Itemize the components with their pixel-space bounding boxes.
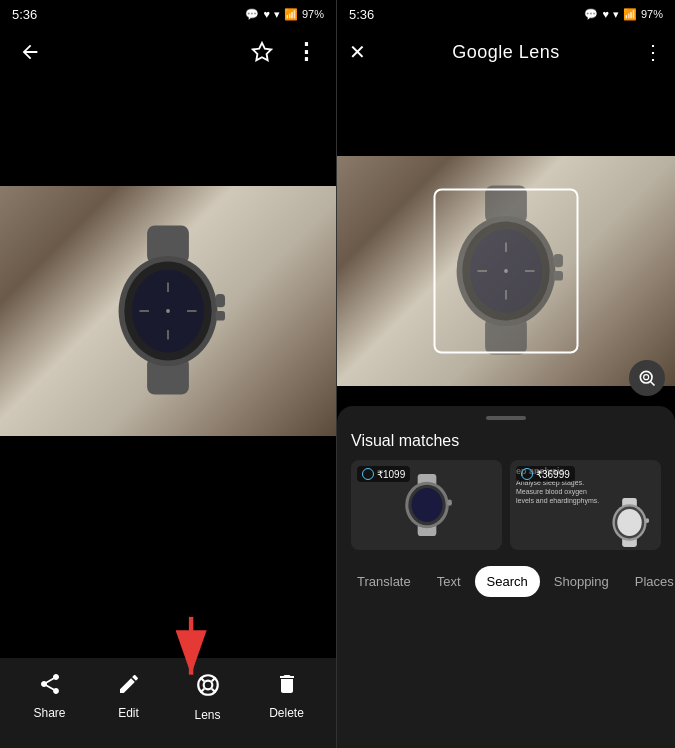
svg-line-19 <box>211 689 215 693</box>
top-bar-left: ⋮ <box>0 28 336 76</box>
match-watch-2 <box>602 495 657 550</box>
svg-point-39 <box>411 488 442 522</box>
battery-left: 97% <box>302 8 324 20</box>
more-icon-left: ⋮ <box>295 39 317 65</box>
svg-line-16 <box>200 677 204 681</box>
price-2-text: ₹36999 <box>536 469 570 480</box>
edit-icon <box>117 672 141 702</box>
whatsapp-icon: 💬 <box>245 8 259 21</box>
tab-search[interactable]: Search <box>475 566 540 597</box>
more-button-right[interactable]: ⋮ <box>643 40 663 64</box>
time-left: 5:36 <box>12 7 37 22</box>
edit-label: Edit <box>118 706 139 720</box>
photo-watch <box>0 186 336 436</box>
tab-text[interactable]: Text <box>425 566 473 597</box>
match-price-1: ₹1099 <box>357 466 410 482</box>
wifi-icon: ▾ <box>274 8 280 21</box>
tab-translate[interactable]: Translate <box>345 566 423 597</box>
svg-point-45 <box>617 509 641 536</box>
bottom-toolbar: Share Edit Lens <box>0 658 336 748</box>
lens-indicator-2 <box>521 468 533 480</box>
battery-right: 97% <box>641 8 663 20</box>
svg-point-7 <box>166 309 170 313</box>
selection-box <box>434 189 579 354</box>
card2-desc: Analyse sleep stages. Measure blood oxyg… <box>516 478 601 505</box>
svg-rect-40 <box>447 500 452 506</box>
left-image-area <box>0 76 336 658</box>
delete-icon <box>275 672 299 702</box>
status-bar-right: 5:36 💬 ♥ ▾ 📶 97% <box>337 0 675 28</box>
lens-label: Lens <box>194 708 220 722</box>
match-card-2[interactable]: ep analysis Analyse sleep stages. Measur… <box>510 460 661 550</box>
match-price-2: ₹36999 <box>516 466 575 482</box>
svg-rect-5 <box>216 294 226 307</box>
toolbar-edit[interactable]: Edit <box>99 672 159 720</box>
heart-icon-r: ♥ <box>602 8 609 20</box>
right-image-area <box>337 76 675 406</box>
top-right-icons: ⋮ <box>244 34 324 70</box>
status-icons-right: 💬 ♥ ▾ 📶 97% <box>584 8 663 21</box>
toolbar-delete[interactable]: Delete <box>257 672 317 720</box>
left-panel: 5:36 💬 ♥ ▾ 📶 97% ⋮ <box>0 0 336 748</box>
signal-icon-r: 📶 <box>623 8 637 21</box>
status-bar-left: 5:36 💬 ♥ ▾ 📶 97% <box>0 0 336 28</box>
whatsapp-icon-r: 💬 <box>584 8 598 21</box>
match-card-1[interactable]: ₹1099 <box>351 460 502 550</box>
bottom-sheet: Visual matches ₹1099 <box>337 406 675 748</box>
share-label: Share <box>33 706 65 720</box>
toolbar-share[interactable]: Share <box>20 672 80 720</box>
wifi-icon-r: ▾ <box>613 8 619 21</box>
svg-point-34 <box>644 375 649 380</box>
close-button[interactable]: ✕ <box>349 40 366 64</box>
time-right: 5:36 <box>349 7 374 22</box>
back-button[interactable] <box>12 34 48 70</box>
tab-places[interactable]: Places <box>623 566 675 597</box>
svg-rect-46 <box>645 518 649 523</box>
google-lens-title: Google Lens <box>452 42 560 63</box>
status-icons-left: 💬 ♥ ▾ 📶 97% <box>245 8 324 21</box>
svg-line-33 <box>651 382 655 386</box>
tab-shopping[interactable]: Shopping <box>542 566 621 597</box>
svg-point-15 <box>203 681 212 690</box>
svg-point-32 <box>640 371 652 383</box>
right-panel: 5:36 💬 ♥ ▾ 📶 97% ✕ Google Lens ⋮ <box>337 0 675 748</box>
visual-matches-title: Visual matches <box>337 428 675 460</box>
photo-bottom-black <box>0 436 336 658</box>
delete-label: Delete <box>269 706 304 720</box>
toolbar-lens[interactable]: Lens <box>178 672 238 722</box>
lens-icon <box>195 672 221 704</box>
sheet-handle <box>486 416 526 420</box>
heart-icon: ♥ <box>263 8 270 20</box>
signal-icon: 📶 <box>284 8 298 21</box>
top-bar-right: ✕ Google Lens ⋮ <box>337 28 675 76</box>
svg-rect-6 <box>216 311 226 321</box>
photo-top-black <box>0 76 336 186</box>
right-photo-watch <box>337 156 675 386</box>
lens-indicator-1 <box>362 468 374 480</box>
more-button-left[interactable]: ⋮ <box>288 34 324 70</box>
star-button[interactable] <box>244 34 280 70</box>
lens-search-button[interactable] <box>629 360 665 396</box>
right-photo-top <box>337 76 675 156</box>
matches-grid: ₹1099 ep analysis Analyse <box>337 460 675 562</box>
svg-line-18 <box>200 689 204 693</box>
lens-refine-icon <box>637 368 657 388</box>
tabs-row: Translate Text Search Shopping Places <box>337 562 675 601</box>
svg-line-17 <box>211 677 215 681</box>
price-1-text: ₹1099 <box>377 469 405 480</box>
watch-image-left <box>88 216 248 406</box>
share-icon <box>38 672 62 702</box>
